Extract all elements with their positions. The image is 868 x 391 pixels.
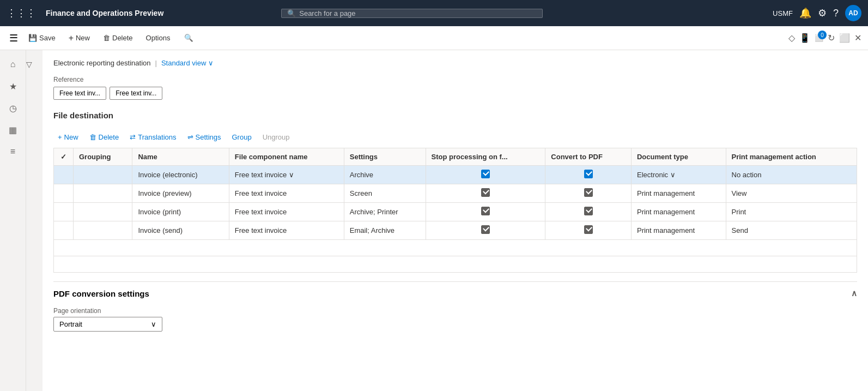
reference-label: Reference	[53, 76, 857, 83]
reference-tags: Free text inv... Free text inv...	[53, 87, 857, 100]
fd-group-button[interactable]: Group	[228, 131, 256, 143]
col-check: ✓	[54, 148, 74, 166]
row-grouping	[74, 221, 132, 240]
convert-pdf-checkbox[interactable]	[584, 188, 593, 197]
row-stop-processing[interactable]	[426, 203, 545, 221]
fd-settings-button[interactable]: ⇌ Settings	[183, 131, 226, 143]
help-icon[interactable]: ?	[833, 8, 839, 19]
phone-icon[interactable]: 📱	[799, 33, 810, 43]
row-file-component: Free text invoice	[229, 184, 344, 203]
dropdown-arrow-icon: ∨	[289, 171, 294, 179]
fd-translations-icon: ⇄	[130, 133, 136, 141]
filter-icon[interactable]: ▽	[26, 60, 32, 69]
app-title: Finance and Operations Preview	[46, 9, 163, 17]
reference-section: Reference Free text inv... Free text inv…	[53, 76, 857, 100]
pdf-section-title: PDF conversion settings	[53, 289, 149, 298]
sidebar-item-recent[interactable]: ◷	[3, 98, 23, 118]
filter-area: ▽	[26, 50, 43, 391]
sidebar-item-workspaces[interactable]: ▦	[3, 120, 23, 140]
table-row[interactable]: Invoice (preview) Free text invoice Scre…	[54, 184, 857, 203]
file-destination-table: ✓ Grouping Name File component name Sett…	[53, 148, 857, 273]
options-button[interactable]: Options	[141, 31, 176, 45]
fd-delete-button[interactable]: 🗑 Delete	[85, 131, 124, 143]
reference-tag-1[interactable]: Free text inv...	[53, 87, 106, 100]
save-button[interactable]: 💾 Save	[23, 31, 61, 45]
diamond-icon[interactable]: ◇	[788, 33, 795, 43]
fd-settings-icon: ⇌	[187, 133, 193, 141]
row-settings: Archive	[344, 166, 426, 184]
table-row[interactable]: Invoice (print) Free text invoice Archiv…	[54, 203, 857, 221]
col-stop-processing: Stop processing on f...	[426, 148, 545, 166]
row-convert-pdf[interactable]	[545, 184, 632, 203]
row-grouping	[74, 203, 132, 221]
row-convert-pdf[interactable]	[545, 221, 632, 240]
toolbar-search-button[interactable]: 🔍	[182, 32, 196, 44]
doc-type-dropdown-icon[interactable]: ∨	[670, 171, 676, 179]
fd-new-button[interactable]: + New	[53, 131, 83, 143]
table-row-empty	[54, 240, 857, 256]
file-component-dropdown[interactable]: Free text invoice ∨	[235, 171, 338, 179]
row-stop-processing[interactable]	[426, 221, 545, 240]
expand-icon[interactable]: ⬜	[839, 33, 850, 43]
row-check[interactable]	[54, 221, 74, 240]
table-row[interactable]: Invoice (electronic) Free text invoice ∨…	[54, 166, 857, 184]
main-toolbar: ☰ 💾 Save + New 🗑 Delete Options 🔍 ◇ 📱 ⬜ …	[0, 26, 868, 50]
stop-processing-checkbox[interactable]	[481, 188, 490, 197]
stop-processing-checkbox[interactable]	[481, 170, 490, 178]
close-icon[interactable]: ✕	[854, 33, 861, 43]
row-doc-type: Print management	[631, 221, 726, 240]
breadcrumb: Electronic reporting destination	[53, 59, 151, 67]
left-sidebar: ⌂ ★ ◷ ▦ ≡	[0, 50, 26, 391]
row-stop-processing[interactable]	[426, 166, 545, 184]
sidebar-item-modules[interactable]: ≡	[3, 142, 23, 161]
section-toolbar: + New 🗑 Delete ⇄ Translations ⇌ Settings…	[53, 131, 857, 143]
row-print-action: No action	[726, 166, 857, 184]
table-row[interactable]: Invoice (send) Free text invoice Email; …	[54, 221, 857, 240]
sidebar-item-favorites[interactable]: ★	[3, 76, 23, 96]
search-icon: 🔍	[287, 9, 296, 17]
view-label: Standard view	[161, 59, 206, 67]
search-bar[interactable]: 🔍 Search for a page	[281, 9, 543, 18]
apps-grid-icon[interactable]: ⋮⋮⋮	[7, 7, 36, 19]
badge-icon[interactable]: ⬜ 0	[815, 34, 823, 42]
row-file-component: Free text invoice	[229, 203, 344, 221]
pdf-section-header: PDF conversion settings ∧	[53, 288, 857, 298]
sidebar-item-home[interactable]: ⌂	[3, 55, 23, 74]
page-orientation-value: Portrait	[59, 320, 82, 328]
save-icon: 💾	[28, 34, 37, 42]
delete-button[interactable]: 🗑 Delete	[98, 31, 138, 45]
notification-icon[interactable]: 🔔	[799, 7, 811, 19]
stop-processing-checkbox[interactable]	[481, 225, 490, 234]
fd-translations-button[interactable]: ⇄ Translations	[125, 131, 180, 143]
col-doc-type: Document type	[631, 148, 726, 166]
col-name: Name	[132, 148, 229, 166]
new-icon: +	[69, 33, 74, 43]
page-orientation-chevron-icon: ∨	[151, 320, 156, 328]
avatar[interactable]: AD	[845, 5, 861, 21]
new-button[interactable]: + New	[63, 31, 95, 46]
main-layout: ⌂ ★ ◷ ▦ ≡ ▽ Electronic reporting destina…	[0, 50, 868, 391]
convert-pdf-checkbox[interactable]	[584, 207, 593, 215]
row-name: Invoice (print)	[132, 203, 229, 221]
file-destination-section: File destination + New 🗑 Delete ⇄ Transl…	[53, 111, 857, 273]
fd-new-icon: +	[58, 133, 62, 141]
stop-processing-checkbox[interactable]	[481, 207, 490, 215]
row-stop-processing[interactable]	[426, 184, 545, 203]
row-check[interactable]	[54, 203, 74, 221]
page-orientation-select[interactable]: Portrait ∨	[53, 317, 162, 332]
row-settings: Screen	[344, 184, 426, 203]
row-convert-pdf[interactable]	[545, 166, 632, 184]
refresh-icon[interactable]: ↻	[828, 33, 835, 43]
view-selector[interactable]: Standard view ∨	[161, 59, 214, 67]
delete-icon: 🗑	[103, 34, 110, 42]
pdf-section-collapse-icon[interactable]: ∧	[851, 288, 857, 298]
row-check[interactable]	[54, 166, 74, 184]
row-check[interactable]	[54, 184, 74, 203]
row-name: Invoice (send)	[132, 221, 229, 240]
convert-pdf-checkbox[interactable]	[584, 225, 593, 234]
row-convert-pdf[interactable]	[545, 203, 632, 221]
hamburger-icon[interactable]: ☰	[7, 29, 21, 47]
convert-pdf-checkbox[interactable]	[584, 170, 593, 178]
settings-icon[interactable]: ⚙	[818, 7, 827, 19]
reference-tag-2[interactable]: Free text inv...	[110, 87, 162, 100]
